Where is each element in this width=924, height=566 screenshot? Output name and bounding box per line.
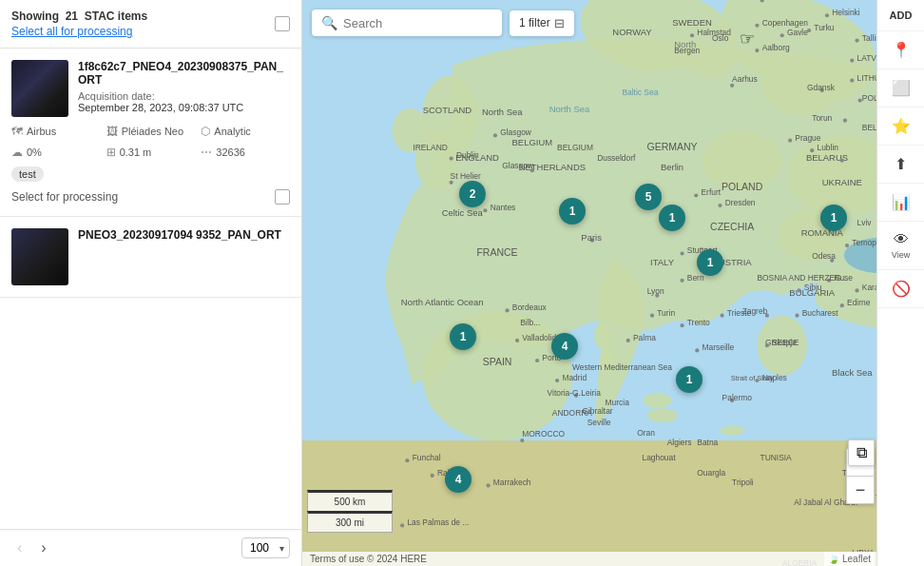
pagination-arrows: ‹ › — [11, 537, 52, 558]
svg-text:Dresden: Dresden — [725, 198, 756, 207]
item-top: PNEO3_20230917094 9352_PAN_ORT — [11, 228, 290, 285]
svg-point-75 — [680, 251, 683, 255]
svg-text:UKRAINE: UKRAINE — [822, 177, 862, 187]
items-list: 1f8c62c7_PNEO4_20230908375_PAN_ORT Acqui… — [0, 49, 301, 529]
per-page-select[interactable]: 25 50 100 200 — [241, 537, 290, 558]
svg-text:Las Palmas de ...: Las Palmas de ... — [407, 517, 469, 527]
svg-point-47 — [483, 208, 487, 212]
item-info: PNEO3_20230917094 9352_PAN_ORT — [78, 228, 290, 245]
list-item[interactable]: 1f8c62c7_PNEO4_20230908375_PAN_ORT Acqui… — [0, 49, 301, 217]
svg-point-135 — [855, 38, 858, 42]
select-all-button[interactable]: Select all for processing — [11, 25, 147, 38]
eye-slash-icon: 🚫 — [892, 280, 911, 298]
svg-point-89 — [765, 343, 769, 347]
svg-text:Ouargla: Ouargla — [697, 468, 725, 478]
search-box[interactable]: 🔍 — [312, 10, 502, 36]
zoom-out-button[interactable]: − — [847, 477, 874, 503]
item-footer: Select for processing — [11, 189, 290, 205]
map-cluster[interactable]: 1 — [676, 366, 703, 393]
leaflet-badge[interactable]: 🍃 Leaflet — [824, 552, 875, 566]
map-attribution: Terms of use © 2024 HERE — [302, 552, 876, 566]
svg-point-120 — [755, 49, 759, 52]
map-right-toolbar: ADD 📍 ⬜ ⭐ ⬆ 📊 👁 View 🚫 — [876, 0, 924, 566]
prev-page-button[interactable]: ‹ — [11, 537, 28, 558]
meta-provider: 🗺 Airbus — [11, 125, 101, 138]
cube-icon: ⬡ — [201, 125, 210, 138]
main-layout: Showing 21 STAC items Select all for pro… — [0, 0, 924, 566]
svg-point-8 — [721, 425, 744, 436]
svg-point-77 — [680, 279, 683, 283]
map-cluster[interactable]: 5 — [635, 184, 662, 210]
svg-point-65 — [400, 523, 404, 527]
map-cluster[interactable]: 4 — [551, 333, 578, 360]
filter-button[interactable]: 1 filter ⊟ — [510, 10, 574, 36]
meta-bits: ⋯ 32636 — [201, 146, 290, 159]
item-meta2: ☁ 0% ⊞ 0.31 m ⋯ 32636 — [11, 146, 290, 159]
map-cluster[interactable]: 2 — [459, 181, 486, 207]
svg-text:Vitoria-G...: Vitoria-G... — [548, 388, 586, 398]
attribution-text: Terms of use © 2024 HERE — [310, 554, 427, 564]
image-icon: 🖼 — [106, 125, 118, 138]
map-svg: SCOTLAND IRELAND ENGLAND NETHERLANDS BEL… — [302, 0, 924, 566]
svg-point-139 — [850, 78, 854, 82]
star-icon: ⭐ — [892, 117, 911, 135]
svg-text:IRELAND: IRELAND — [413, 143, 447, 152]
svg-text:Dusseldorf: Dusseldorf — [597, 153, 636, 163]
per-page-wrapper[interactable]: 25 50 100 200 ▾ — [241, 537, 290, 558]
svg-text:Baltic Sea: Baltic Sea — [622, 88, 658, 97]
svg-text:BELGIUM: BELGIUM — [557, 143, 593, 152]
meta-sensor: 🖼 Pléiades Neo — [106, 125, 196, 138]
left-panel: Showing 21 STAC items Select all for pro… — [0, 0, 302, 566]
select-all-checkbox[interactable] — [275, 16, 290, 31]
svg-point-107 — [855, 288, 858, 292]
svg-point-43 — [450, 156, 453, 160]
upload-tool-button[interactable]: ⬆ — [877, 146, 924, 184]
map-cluster[interactable]: 4 — [445, 466, 472, 493]
layer-button[interactable]: ⧉ — [848, 439, 875, 466]
dots-icon: ⋯ — [201, 146, 212, 159]
upload-icon: ⬆ — [895, 155, 907, 173]
svg-text:CZECHIA: CZECHIA — [710, 221, 754, 232]
svg-point-111 — [810, 148, 814, 152]
rectangle-tool-button[interactable]: ⬜ — [877, 69, 924, 107]
chart-tool-button[interactable]: 📊 — [877, 184, 924, 222]
svg-text:Bucharest: Bucharest — [802, 308, 839, 318]
star-tool-button[interactable]: ⭐ — [877, 107, 924, 146]
svg-text:Naples: Naples — [762, 373, 787, 382]
cloud-icon: ☁ — [11, 146, 23, 159]
svg-text:Zagreb: Zagreb — [742, 306, 768, 316]
svg-point-85 — [695, 348, 699, 352]
svg-text:MOROCCO: MOROCCO — [522, 429, 565, 439]
map-cluster[interactable]: 1 — [559, 198, 586, 224]
list-item[interactable]: PNEO3_20230917094 9352_PAN_ORT — [0, 217, 301, 298]
map-cluster[interactable]: 1 — [450, 323, 476, 350]
next-page-button[interactable]: › — [35, 537, 51, 558]
svg-text:St Helier: St Helier — [451, 171, 481, 181]
add-button[interactable]: ADD — [877, 0, 924, 31]
map-cluster[interactable]: 1 — [820, 205, 847, 231]
svg-text:Turin: Turin — [657, 308, 675, 318]
pin-tool-button[interactable]: 📍 — [877, 31, 924, 69]
svg-text:Falun: Falun — [767, 0, 787, 2]
item-name: 1f8c62c7_PNEO4_20230908375_PAN_ORT — [78, 60, 290, 87]
svg-point-152 — [718, 204, 722, 207]
eye-icon: 👁 — [894, 231, 909, 248]
view-button[interactable]: 👁 View — [877, 222, 924, 270]
svg-text:Black Sea: Black Sea — [832, 367, 873, 378]
svg-point-93 — [797, 288, 800, 292]
svg-text:GERMANY: GERMANY — [646, 141, 697, 152]
svg-point-67 — [493, 133, 497, 137]
search-input[interactable] — [343, 16, 492, 30]
item-select-checkbox[interactable] — [275, 189, 290, 205]
svg-text:ANDORRA: ANDORRA — [552, 408, 592, 418]
item-thumbnail — [11, 228, 68, 285]
svg-text:North Sea: North Sea — [549, 104, 590, 114]
eye-slash-button[interactable]: 🚫 — [877, 270, 924, 308]
meta-cloud: ☁ 0% — [11, 146, 101, 159]
svg-text:Palermo: Palermo — [722, 393, 753, 402]
svg-text:Prague: Prague — [795, 133, 820, 143]
svg-point-97 — [755, 379, 759, 382]
map-cluster[interactable]: 1 — [697, 249, 723, 276]
map-cluster[interactable]: 1 — [659, 205, 685, 231]
map-area[interactable]: SCOTLAND IRELAND ENGLAND NETHERLANDS BEL… — [302, 0, 924, 566]
